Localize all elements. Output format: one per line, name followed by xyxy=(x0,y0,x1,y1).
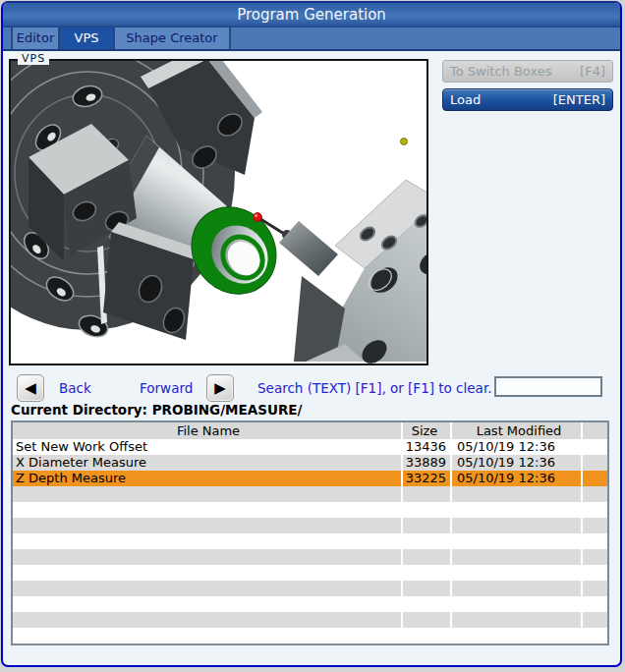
table-row-empty[interactable] xyxy=(13,596,607,612)
empty-cell xyxy=(452,518,581,533)
empty-cell xyxy=(452,596,581,612)
vps-group-label: VPS xyxy=(18,52,49,65)
table-row[interactable]: Set New Work Offset 13436 05/10/19 12:36 xyxy=(13,439,607,455)
scrollbar-cell xyxy=(583,471,607,486)
table-row-empty[interactable] xyxy=(13,565,607,581)
empty-cell xyxy=(583,612,607,628)
file-name-cell: Set New Work Offset xyxy=(13,439,401,455)
back-button[interactable]: ◀ xyxy=(17,374,44,402)
empty-cell xyxy=(452,628,581,644)
empty-cell xyxy=(403,533,450,549)
file-name-cell: X Diameter Measure xyxy=(13,455,401,471)
tab-editor[interactable]: Editor xyxy=(11,28,60,49)
empty-cell xyxy=(452,565,581,581)
file-table-body: Set New Work Offset 13436 05/10/19 12:36… xyxy=(13,439,607,644)
probe-tip-red xyxy=(254,213,262,222)
empty-cell xyxy=(583,518,607,533)
empty-cell xyxy=(13,628,401,644)
empty-cell xyxy=(13,502,401,518)
column-header-size: Size xyxy=(403,422,450,439)
current-directory-label: Current Directory: xyxy=(11,402,147,418)
switch-boxes-button[interactable]: To Switch Boxes [F4] xyxy=(442,60,613,83)
file-table-header: File Name Size Last Modified xyxy=(13,422,607,439)
file-modified-cell: 05/10/19 12:36 xyxy=(452,439,581,455)
empty-cell xyxy=(13,486,401,502)
column-header-file-name: File Name xyxy=(13,422,401,439)
empty-cell xyxy=(583,628,607,644)
table-row-empty[interactable] xyxy=(13,518,607,533)
empty-cell xyxy=(452,581,581,596)
empty-cell xyxy=(13,581,401,596)
empty-cell xyxy=(13,612,401,628)
forward-button[interactable]: ▶ xyxy=(206,374,234,402)
file-name-cell: Z Depth Measure xyxy=(13,471,401,486)
page-title: Program Generation xyxy=(237,6,386,24)
empty-cell xyxy=(403,549,450,565)
empty-cell xyxy=(583,533,607,549)
search-hint: Search (TEXT) [F1], or [F1] to clear. xyxy=(257,380,491,396)
column-header-last-modified: Last Modified xyxy=(452,422,581,439)
file-size-cell: 13436 xyxy=(403,439,450,455)
empty-cell xyxy=(452,533,581,549)
forward-label: Forward xyxy=(140,380,193,396)
file-size-cell: 33225 xyxy=(403,471,450,486)
file-table: File Name Size Last Modified Set New Wor… xyxy=(11,420,609,645)
file-modified-cell: 05/10/19 12:36 xyxy=(452,455,581,471)
table-row-empty[interactable] xyxy=(13,628,607,644)
empty-cell xyxy=(403,486,450,502)
empty-cell xyxy=(13,596,401,612)
tab-vps[interactable]: VPS xyxy=(60,28,115,49)
load-button[interactable]: Load [ENTER] xyxy=(442,88,613,111)
program-generation-window: Program Generation Editor VPS Shape Crea… xyxy=(1,1,622,667)
load-key: [ENTER] xyxy=(553,92,605,107)
switch-boxes-label: To Switch Boxes xyxy=(450,64,551,79)
switch-boxes-key: [F4] xyxy=(580,64,605,79)
scrollbar-cell xyxy=(583,455,607,471)
empty-cell xyxy=(403,628,450,644)
empty-cell xyxy=(583,596,607,612)
empty-cell xyxy=(13,518,401,533)
empty-cell xyxy=(403,502,450,518)
empty-cell xyxy=(13,549,401,565)
column-header-scrollbar xyxy=(583,422,607,439)
vps-preview-image xyxy=(11,61,426,364)
empty-cell xyxy=(583,502,607,518)
table-row[interactable]: X Diameter Measure 33889 05/10/19 12:36 xyxy=(13,455,607,471)
back-label: Back xyxy=(59,380,91,396)
window-titlebar: Program Generation xyxy=(3,3,620,28)
current-directory-path: PROBING/MEASURE/ xyxy=(152,402,303,418)
empty-cell xyxy=(583,581,607,596)
empty-cell xyxy=(13,533,401,549)
vps-group xyxy=(9,59,428,365)
empty-cell xyxy=(403,565,450,581)
tab-shape-creator[interactable]: Shape Creator xyxy=(115,28,231,49)
empty-cell xyxy=(452,612,581,628)
table-row-empty[interactable] xyxy=(13,533,607,549)
load-label: Load xyxy=(450,92,481,107)
table-row-empty[interactable] xyxy=(13,502,607,518)
back-icon: ◀ xyxy=(25,381,36,396)
empty-cell xyxy=(403,581,450,596)
empty-cell xyxy=(13,565,401,581)
nozzle-dot xyxy=(401,139,408,145)
empty-cell xyxy=(403,596,450,612)
empty-cell xyxy=(403,518,450,533)
empty-cell xyxy=(452,502,581,518)
table-row-empty[interactable] xyxy=(13,612,607,628)
tab-bar: Editor VPS Shape Creator xyxy=(3,28,620,51)
empty-cell xyxy=(583,549,607,565)
screen: Program Generation Editor VPS Shape Crea… xyxy=(0,0,625,672)
table-row-empty[interactable] xyxy=(13,581,607,596)
table-row-selected[interactable]: Z Depth Measure 33225 05/10/19 12:36 xyxy=(13,471,607,486)
empty-cell xyxy=(452,486,581,502)
scrollbar-cell xyxy=(583,439,607,455)
table-row-empty[interactable] xyxy=(13,486,607,502)
file-modified-cell: 05/10/19 12:36 xyxy=(452,471,581,486)
table-row-empty[interactable] xyxy=(13,549,607,565)
empty-cell xyxy=(583,486,607,502)
search-input[interactable] xyxy=(494,376,602,397)
current-directory: Current Directory: PROBING/MEASURE/ xyxy=(11,402,302,418)
empty-cell xyxy=(403,612,450,628)
empty-cell xyxy=(583,565,607,581)
empty-cell xyxy=(452,549,581,565)
